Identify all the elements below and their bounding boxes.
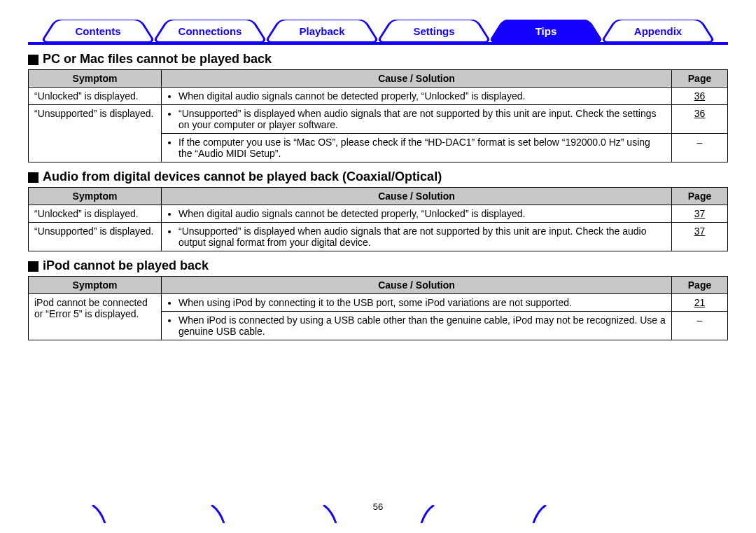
header-page: Page	[672, 188, 728, 205]
header-page: Page	[672, 70, 728, 88]
tab-label: Tips	[536, 25, 557, 37]
tab-contents[interactable]: Contents	[42, 20, 154, 42]
tab-playback[interactable]: Playback	[266, 20, 378, 42]
tab-label: Connections	[178, 25, 242, 37]
page-link[interactable]: 37	[694, 208, 706, 219]
section-title-text: iPod cannot be played back	[43, 258, 209, 273]
solution-cell: If the computer you use is “Mac OS”, ple…	[162, 134, 672, 162]
trouble-table-ipod: Symptom Cause / Solution Page iPod canno…	[28, 276, 728, 340]
table-header-row: Symptom Cause / Solution Page	[29, 70, 728, 88]
page-cell: 21	[672, 294, 728, 312]
header-symptom: Symptom	[29, 70, 162, 88]
tab-bar-underline	[28, 42, 728, 45]
tab-appendix[interactable]: Appendix	[602, 20, 714, 42]
header-cause: Cause / Solution	[162, 188, 672, 205]
solution-cell: When digital audio signals cannot be det…	[162, 88, 672, 105]
section-title-coax-optical: Audio from digital devices cannot be pla…	[28, 169, 728, 184]
solution-cell: When iPod is connected by using a USB ca…	[162, 312, 672, 340]
solution-cell: “Unsupported” is displayed when audio si…	[162, 105, 672, 134]
table-header-row: Symptom Cause / Solution Page	[29, 277, 728, 294]
page-cell: –	[672, 134, 728, 162]
page-cell: 37	[672, 205, 728, 223]
tab-label: Appendix	[634, 25, 682, 37]
header-cause: Cause / Solution	[162, 277, 672, 294]
header-symptom: Symptom	[29, 188, 162, 205]
page-cell: 36	[672, 105, 728, 134]
table-header-row: Symptom Cause / Solution Page	[29, 188, 728, 205]
page-none: –	[697, 137, 703, 148]
symptom-cell: “Unsupported” is displayed.	[29, 105, 162, 162]
page-cell: –	[672, 312, 728, 340]
square-icon	[28, 172, 38, 183]
page-link[interactable]: 37	[694, 226, 706, 237]
page-cell: 36	[672, 88, 728, 105]
solution-cell: When digital audio signals cannot be det…	[162, 205, 672, 223]
header-page: Page	[672, 277, 728, 294]
tab-label: Contents	[76, 25, 121, 37]
trouble-table-coax-optical: Symptom Cause / Solution Page “Unlocked”…	[28, 187, 728, 251]
table-row: “Unlocked” is displayed. When digital au…	[29, 88, 728, 105]
table-row: iPod cannot be connected or “Error 5” is…	[29, 294, 728, 312]
header-cause: Cause / Solution	[162, 70, 672, 88]
table-row: “Unsupported” is displayed. “Unsupported…	[29, 105, 728, 134]
top-tab-bar: Contents Connections Playback Settings T…	[28, 20, 728, 45]
table-row: “Unsupported” is displayed. “Unsupported…	[29, 223, 728, 251]
tab-label: Settings	[413, 25, 454, 37]
tab-connections[interactable]: Connections	[154, 20, 266, 42]
trouble-table-pc-mac: Symptom Cause / Solution Page “Unlocked”…	[28, 69, 728, 162]
square-icon	[28, 261, 38, 272]
section-title-text: PC or Mac files cannot be played back	[43, 52, 272, 67]
symptom-cell: iPod cannot be connected or “Error 5” is…	[29, 294, 162, 340]
page-none: –	[697, 314, 703, 326]
tab-settings[interactable]: Settings	[378, 20, 490, 42]
page-link[interactable]: 36	[694, 108, 706, 119]
square-icon	[28, 55, 38, 65]
tab-label: Playback	[299, 25, 344, 37]
section-title-text: Audio from digital devices cannot be pla…	[43, 169, 442, 184]
section-title-ipod: iPod cannot be played back	[28, 258, 728, 273]
page-cell: 37	[672, 223, 728, 251]
page-link[interactable]: 21	[694, 297, 706, 308]
header-symptom: Symptom	[29, 277, 162, 294]
symptom-cell: “Unlocked” is displayed.	[29, 88, 162, 105]
table-row: “Unlocked” is displayed. When digital au…	[29, 205, 728, 223]
solution-cell: When using iPod by connecting it to the …	[162, 294, 672, 312]
solution-cell: “Unsupported” is displayed when audio si…	[162, 223, 672, 251]
section-title-pc-mac: PC or Mac files cannot be played back	[28, 52, 728, 67]
page-number: 56	[0, 501, 756, 512]
symptom-cell: “Unlocked” is displayed.	[29, 205, 162, 223]
page-link[interactable]: 36	[694, 90, 706, 102]
tab-tips[interactable]: Tips	[490, 20, 602, 42]
symptom-cell: “Unsupported” is displayed.	[29, 223, 162, 251]
